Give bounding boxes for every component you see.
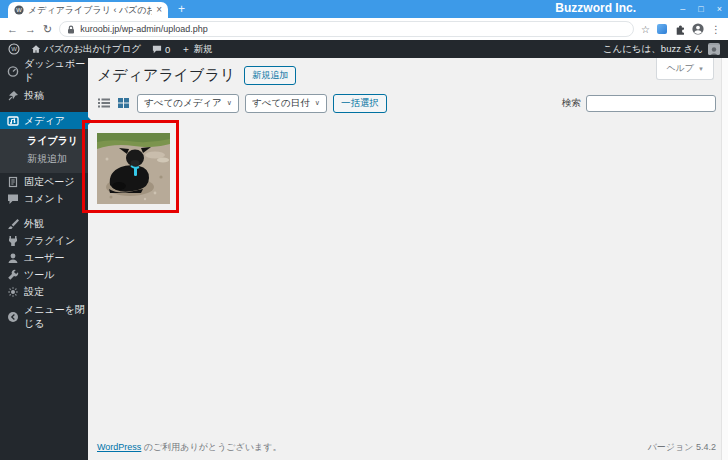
window-minimize-button[interactable]: – <box>680 5 685 14</box>
wordpress-link[interactable]: WordPress <box>97 442 141 452</box>
add-new-button[interactable]: 新規追加 <box>244 66 296 85</box>
admin-bar-new-button[interactable]: ＋ 新規 <box>181 43 212 56</box>
help-label: ヘルプ <box>666 62 694 75</box>
chevron-down-icon: ▼ <box>698 66 704 72</box>
sidebar-item-label: 固定ページ <box>24 175 74 189</box>
sidebar-item-label: メニューを閉じる <box>24 303 88 331</box>
admin-bar-comments[interactable]: 0 <box>152 44 170 55</box>
pages-icon <box>7 176 19 188</box>
scrollbar-track[interactable] <box>721 58 728 460</box>
new-label: ＋ 新規 <box>181 43 212 56</box>
dashboard-icon <box>7 65 19 77</box>
address-bar[interactable]: kuroobi.jp/wp-admin/upload.php <box>59 21 634 37</box>
sidebar-item-label: メディア <box>24 114 65 128</box>
settings-gear-icon <box>7 286 19 298</box>
sidebar-item-media[interactable]: メディア <box>0 112 88 129</box>
browser-window: W メディアライブラリ ‹ バズのお出かけブログ × + Buzzword In… <box>0 0 728 460</box>
bulk-select-button[interactable]: 一括選択 <box>333 94 387 113</box>
sidebar-item-pages[interactable]: 固定ページ <box>0 173 88 190</box>
sidebar-item-posts[interactable]: 投稿 <box>0 87 88 104</box>
wp-admin-bar: W バズのお出かけブログ 0 ＋ 新規 こんにちは、buzz さん <box>0 40 728 58</box>
footer-thanks: WordPress のご利用ありがとうございます。 <box>97 441 281 454</box>
chevron-down-icon: ∨ <box>227 99 232 107</box>
comments-icon <box>7 193 19 205</box>
sidebar-item-collapse-menu[interactable]: メニューを閉じる <box>0 308 88 325</box>
plugin-icon <box>7 235 19 247</box>
media-library-page: メディアライブラリ 新規追加 ヘルプ ▼ すべてのメディア ∨ すべての日付 ∨… <box>88 58 728 460</box>
sidebar-item-label: 外観 <box>24 217 44 231</box>
media-toolbar: すべてのメディア ∨ すべての日付 ∨ 一括選択 検索 <box>97 93 716 113</box>
lock-icon <box>67 25 75 34</box>
forward-icon[interactable]: → <box>25 24 36 35</box>
new-tab-button[interactable]: + <box>178 1 185 17</box>
black-lamb-photo <box>97 133 170 204</box>
user-avatar[interactable] <box>708 43 720 55</box>
browser-titlebar: W メディアライブラリ ‹ バズのお出かけブログ × + Buzzword In… <box>0 0 728 18</box>
submenu-item-library[interactable]: ライブラリ <box>0 132 88 150</box>
media-attachment-thumbnail[interactable] <box>97 133 170 204</box>
media-submenu: ライブラリ 新規追加 <box>0 129 88 173</box>
window-maximize-button[interactable]: □ <box>698 5 703 14</box>
media-type-filter-value: すべてのメディア <box>144 97 222 110</box>
extensions-puzzle-icon[interactable] <box>674 24 685 35</box>
sidebar-separator <box>0 207 88 215</box>
window-close-button[interactable]: × <box>717 5 722 14</box>
tab-title: メディアライブラリ ‹ バズのお出かけブログ <box>28 4 152 17</box>
sidebar-item-label: 投稿 <box>24 89 44 103</box>
list-view-icon[interactable] <box>97 97 111 109</box>
date-filter[interactable]: すべての日付 ∨ <box>245 94 327 113</box>
users-icon <box>7 252 19 264</box>
search-label: 検索 <box>562 97 581 110</box>
back-icon[interactable]: ← <box>7 24 18 35</box>
profile-icon[interactable] <box>692 23 704 35</box>
sidebar-item-plugins[interactable]: プラグイン <box>0 232 88 249</box>
grid-view-icon[interactable] <box>117 97 131 109</box>
admin-bar-site-link[interactable]: バズのお出かけブログ <box>31 43 141 56</box>
site-name: バズのお出かけブログ <box>44 43 141 56</box>
footer-version: バージョン 5.4.2 <box>648 441 716 454</box>
sidebar-item-settings[interactable]: 設定 <box>0 283 88 300</box>
date-filter-value: すべての日付 <box>252 97 310 110</box>
pushpin-icon <box>7 90 19 102</box>
extension-icon[interactable] <box>657 24 667 34</box>
submenu-item-add-new[interactable]: 新規追加 <box>0 150 88 168</box>
sidebar-item-label: ユーザー <box>24 251 64 265</box>
home-icon <box>31 44 41 54</box>
sidebar-item-label: コメント <box>24 192 65 206</box>
help-button[interactable]: ヘルプ ▼ <box>656 58 714 80</box>
url-text: kuroobi.jp/wp-admin/upload.php <box>80 24 208 34</box>
tab-close-icon[interactable]: × <box>156 5 162 15</box>
bookmark-star-icon[interactable]: ☆ <box>641 24 650 35</box>
sidebar-item-appearance[interactable]: 外観 <box>0 215 88 232</box>
wordpress-favicon: W <box>14 5 24 15</box>
chevron-down-icon: ∨ <box>315 99 320 107</box>
appearance-brush-icon <box>7 218 19 230</box>
footer-thanks-text: のご利用ありがとうございます。 <box>141 442 281 452</box>
media-search-input[interactable] <box>586 95 716 112</box>
reload-icon[interactable]: ↻ <box>43 24 52 35</box>
comment-bubble-icon <box>152 45 162 54</box>
browser-toolbar: ← → ↻ kuroobi.jp/wp-admin/upload.php ☆ ⋮ <box>0 18 728 40</box>
comment-count: 0 <box>165 44 170 55</box>
sidebar-separator <box>0 104 88 112</box>
browser-tab[interactable]: W メディアライブラリ ‹ バズのお出かけブログ × <box>8 2 168 18</box>
sidebar-item-dashboard[interactable]: ダッシュボード <box>0 62 88 79</box>
sidebar-item-label: 設定 <box>24 285 44 299</box>
media-type-filter[interactable]: すべてのメディア ∨ <box>137 94 239 113</box>
svg-text:W: W <box>11 46 17 52</box>
footer: WordPress のご利用ありがとうございます。 バージョン 5.4.2 <box>97 441 716 454</box>
media-icon <box>7 115 19 127</box>
sidebar-item-label: ダッシュボード <box>24 57 88 85</box>
sidebar-item-users[interactable]: ユーザー <box>0 249 88 266</box>
svg-text:W: W <box>16 7 22 13</box>
sidebar-item-comments[interactable]: コメント <box>0 190 88 207</box>
page-title: メディアライブラリ <box>97 66 235 85</box>
wrench-icon <box>7 269 19 281</box>
window-title: Buzzword Inc. <box>555 0 636 18</box>
wp-sidebar: ダッシュボード 投稿 メディア ライブラリ 新規追加 固定ページ コメント 外観 <box>0 58 88 460</box>
sidebar-item-label: ツール <box>24 268 54 282</box>
admin-bar-greeting[interactable]: こんにちは、buzz さん <box>603 43 703 56</box>
sidebar-item-tools[interactable]: ツール <box>0 266 88 283</box>
browser-menu-icon[interactable]: ⋮ <box>711 24 721 35</box>
wordpress-logo-icon[interactable]: W <box>8 43 20 55</box>
